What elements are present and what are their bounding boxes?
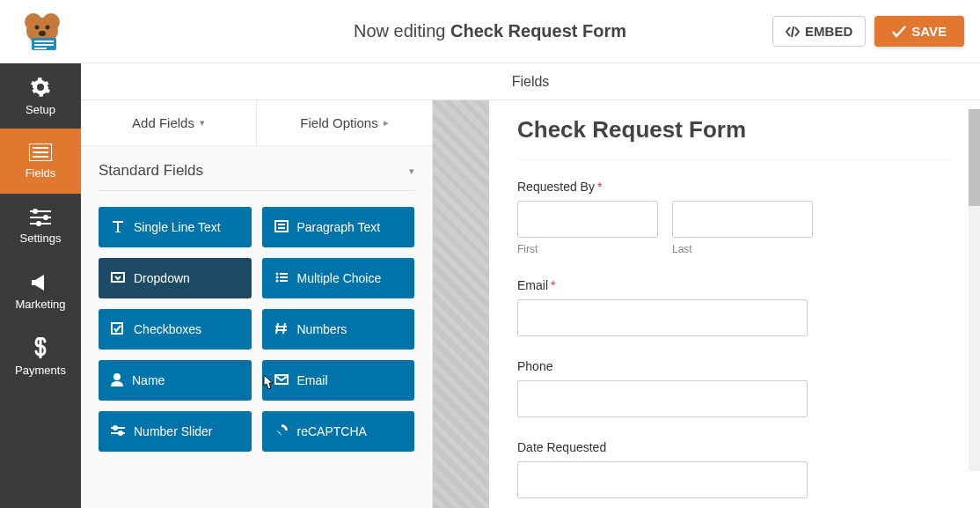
section-standard-fields[interactable]: Standard Fields ▾ [99,162,414,191]
svg-rect-7 [34,40,54,42]
sidenav-item-setup[interactable]: Setup [0,63,81,129]
dropdown-icon [111,271,125,286]
text-icon [111,220,125,235]
slider-icon [111,424,125,439]
svg-rect-11 [33,147,48,149]
svg-rect-28 [112,323,122,334]
code-icon [786,26,800,38]
svg-rect-26 [280,276,288,278]
svg-rect-20 [275,221,288,232]
chevron-down-icon: ▾ [200,117,205,129]
side-nav: Setup Fields Settings Marketing Payments [0,63,81,508]
tabs: Add Fields ▾ Field Options ▸ [81,100,432,146]
svg-point-23 [275,276,278,278]
section-title: Standard Fields [99,162,203,180]
left-panel: Add Fields ▾ Field Options ▸ Standard Fi… [81,100,433,508]
field-type-label: Email [297,373,328,387]
tab-add-fields[interactable]: Add Fields ▾ [81,100,257,145]
svg-point-17 [33,209,38,214]
field-type-label: Name [132,373,165,387]
save-label: SAVE [911,24,947,39]
svg-point-22 [275,272,278,275]
label-date-requested: Date Requested [517,440,952,454]
svg-point-19 [36,221,41,226]
field-type-single-line-text[interactable]: Single Line Text [99,207,252,247]
recaptcha-icon [274,423,289,440]
sidenav-item-fields[interactable]: Fields [0,129,81,194]
field-type-email[interactable]: Email [262,360,415,401]
field-type-number-slider[interactable]: Number Slider [99,411,252,452]
title-prefix: Now editing [354,21,450,40]
embed-label: EMBED [805,24,852,39]
scroll-thumb[interactable] [969,109,980,206]
sliders-icon [30,209,51,226]
field-phone[interactable]: Phone [517,359,952,417]
field-type-recaptcha[interactable]: reCAPTCHA [262,411,415,452]
svg-point-5 [39,31,46,36]
svg-point-29 [113,373,121,380]
field-type-label: Number Slider [134,424,212,438]
svg-point-33 [113,425,118,431]
page-title: Now editing Check Request Form [354,21,626,41]
save-button[interactable]: SAVE [874,16,964,47]
sidenav-label: Setup [26,103,55,116]
check-icon [892,26,906,38]
form-preview: Check Request Form Requested By* First L… [489,100,980,508]
field-email[interactable]: Email* [517,278,952,336]
embed-button[interactable]: EMBED [772,16,866,47]
hash-icon [274,322,289,337]
scrollbar[interactable] [969,109,980,471]
list-icon [29,144,52,161]
input-date-requested[interactable] [517,461,808,498]
chevron-down-icon: ▾ [409,166,414,177]
input-email[interactable] [517,299,808,336]
input-phone[interactable] [517,380,808,417]
svg-point-24 [275,279,278,282]
sidenav-label: Payments [15,364,66,377]
sidenav-item-settings[interactable]: Settings [0,194,81,259]
field-type-dropdown[interactable]: Dropdown [99,258,252,298]
field-type-name[interactable]: Name [99,360,252,401]
logo [16,11,65,52]
field-type-label: reCAPTCHA [297,424,367,438]
svg-rect-8 [34,44,54,46]
field-type-label: Checkboxes [134,322,201,336]
sidenav-item-payments[interactable]: Payments [0,324,81,389]
svg-rect-9 [34,48,47,49]
field-type-numbers[interactable]: Numbers [262,309,415,350]
mail-icon [274,373,289,387]
field-type-label: Dropdown [134,271,190,285]
svg-rect-21 [112,273,124,282]
sublabel-first: First [517,243,658,255]
chevron-right-icon: ▸ [384,117,389,129]
field-requested-by[interactable]: Requested By* First Last [517,180,952,255]
gear-icon [30,77,51,98]
field-type-paragraph-text[interactable]: Paragraph Text [262,207,415,247]
top-actions: EMBED SAVE [772,16,964,47]
input-first-name[interactable] [517,201,658,238]
svg-point-18 [43,215,48,220]
label-email: Email* [517,278,952,292]
sidenav-label: Marketing [15,298,65,311]
label-requested-by: Requested By* [517,180,952,194]
bullhorn-icon [30,273,51,292]
field-type-checkboxes[interactable]: Checkboxes [99,309,252,350]
input-last-name[interactable] [672,201,813,238]
divider [517,159,952,160]
sidenav-label: Settings [20,232,62,245]
sidenav-item-marketing[interactable]: Marketing [0,259,81,324]
tab-label: Add Fields [132,115,194,130]
field-type-multiple-choice[interactable]: Multiple Choice [262,258,415,298]
label-phone: Phone [517,359,952,373]
field-date-requested[interactable]: Date Requested [517,440,952,498]
tab-field-options[interactable]: Field Options ▸ [257,100,432,145]
form-title: Check Request Form [517,116,952,144]
svg-point-4 [46,25,50,29]
field-type-label: Single Line Text [134,220,221,234]
check-icon [111,322,125,337]
title-form-name: Check Request Form [450,21,626,40]
field-type-label: Numbers [297,322,347,336]
svg-rect-12 [33,151,48,153]
field-type-label: Multiple Choice [297,271,382,285]
paragraph-icon [274,220,289,235]
